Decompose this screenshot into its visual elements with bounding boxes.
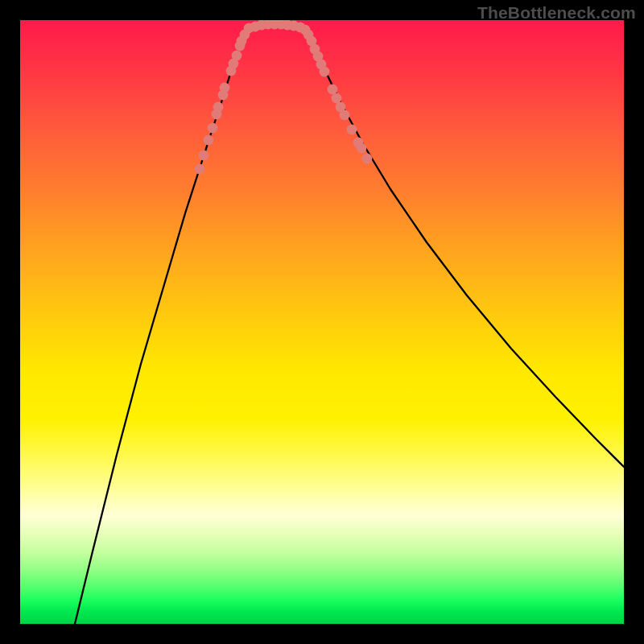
gradient-background <box>20 20 624 624</box>
plot-area <box>20 20 624 624</box>
chart-frame: TheBottleneck.com <box>0 0 644 644</box>
